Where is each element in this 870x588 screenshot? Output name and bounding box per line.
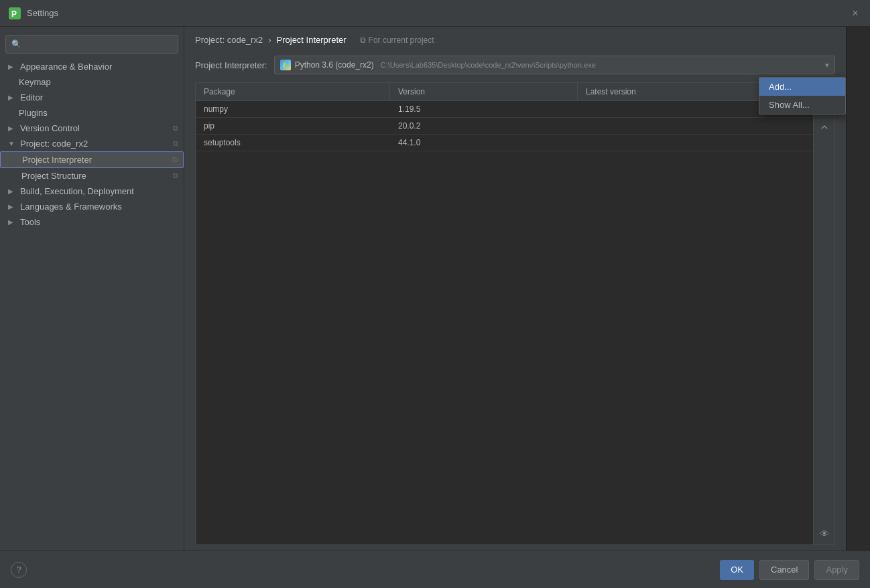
search-input[interactable] xyxy=(25,40,172,49)
chevron-up-icon xyxy=(820,123,828,131)
copy-icon: ⧉ xyxy=(172,155,178,164)
copy-icon: ⧉ xyxy=(173,171,178,180)
arrow-icon: ▶ xyxy=(8,63,16,70)
sidebar-item-editor[interactable]: ▶ Editor xyxy=(0,90,184,105)
sidebar: 🔍 ▶ Appearance & Behavior Keymap ▶ Edito… xyxy=(0,27,184,550)
dropdown-item-show-all[interactable]: Show All... xyxy=(759,96,845,114)
search-box[interactable]: 🔍 xyxy=(5,35,178,54)
cell-version: 44.1.0 xyxy=(390,135,578,151)
bottom-bar: ? OK Cancel Apply xyxy=(0,550,870,588)
sidebar-item-project[interactable]: ▼ Project: code_rx2 ⧉ xyxy=(0,136,184,151)
arrow-icon: ▶ xyxy=(8,203,16,210)
arrow-icon: ▶ xyxy=(8,218,16,226)
sidebar-item-appearance[interactable]: ▶ Appearance & Behavior xyxy=(0,59,184,74)
arrow-icon: ▶ xyxy=(8,125,16,132)
table-row[interactable]: setuptools 44.1.0 xyxy=(196,135,813,151)
cell-package: setuptools xyxy=(196,135,390,151)
sidebar-item-label: Project: code_rx2 xyxy=(20,139,88,149)
table-row[interactable]: numpy 1.19.5 xyxy=(196,101,813,118)
right-panel xyxy=(846,27,870,550)
arrow-icon: ▶ xyxy=(8,188,16,195)
main-layout: 🔍 ▶ Appearance & Behavior Keymap ▶ Edito… xyxy=(0,27,870,550)
help-button[interactable]: ? xyxy=(11,562,27,578)
eye-button[interactable]: 👁 xyxy=(816,526,832,542)
sidebar-item-label: Appearance & Behavior xyxy=(20,62,112,72)
bottom-buttons: OK Cancel Apply xyxy=(720,560,859,580)
table-side-buttons: + − 👁 xyxy=(813,83,834,544)
sidebar-item-label: Editor xyxy=(20,92,43,102)
sidebar-item-languages[interactable]: ▶ Languages & Frameworks xyxy=(0,199,184,214)
up-button[interactable] xyxy=(816,119,832,135)
apply-button[interactable]: Apply xyxy=(814,560,859,580)
sidebar-item-project-interpreter[interactable]: Project Interpreter ⧉ xyxy=(0,151,184,168)
ok-button[interactable]: OK xyxy=(720,560,754,580)
sidebar-item-build[interactable]: ▶ Build, Execution, Deployment xyxy=(0,183,184,199)
copy-icon: ⧉ xyxy=(173,139,178,148)
sidebar-item-keymap[interactable]: Keymap xyxy=(0,74,184,90)
copy-icon-small: ⧉ xyxy=(360,35,366,45)
sidebar-item-label: Keymap xyxy=(19,77,51,87)
interpreter-row: Project Interpreter: 🐍 Python 3.6 (code_… xyxy=(184,50,846,80)
sidebar-item-label: Plugins xyxy=(19,108,48,118)
sidebar-item-project-structure[interactable]: Project Structure ⧉ xyxy=(0,168,184,183)
app-icon: P xyxy=(8,7,21,20)
sidebar-item-tools[interactable]: ▶ Tools xyxy=(0,214,184,230)
cell-package: pip xyxy=(196,118,390,134)
sidebar-item-label: Tools xyxy=(20,217,40,227)
title-bar: P Settings × xyxy=(0,0,870,27)
cell-version: 20.0.2 xyxy=(390,118,578,134)
close-button[interactable]: × xyxy=(849,7,862,20)
search-icon: 🔍 xyxy=(11,40,21,49)
interpreter-version: Python 3.6 (code_rx2) xyxy=(295,60,374,70)
cancel-button[interactable]: Cancel xyxy=(759,560,809,580)
arrow-icon: ▼ xyxy=(8,140,16,147)
breadcrumb: Project: code_rx2 › Project Interpreter … xyxy=(184,27,846,50)
breadcrumb-project: Project: code_rx2 xyxy=(195,35,263,45)
sidebar-item-label: Languages & Frameworks xyxy=(20,202,122,212)
interpreter-dropdown: Add... Show All... xyxy=(759,77,846,115)
interpreter-path: C:\Users\Lab635\Desktop\code\code_rx2\ve… xyxy=(381,61,596,69)
copy-icon: ⧉ xyxy=(173,124,178,133)
sidebar-item-label: Project Structure xyxy=(21,171,86,181)
cell-latest xyxy=(578,118,813,134)
cell-latest xyxy=(578,135,813,151)
table-header: Package Version Latest version xyxy=(196,83,813,101)
interpreter-label: Project Interpreter: xyxy=(195,60,267,70)
interpreter-select[interactable]: 🐍 Python 3.6 (code_rx2) C:\Users\Lab635\… xyxy=(274,56,835,74)
sidebar-item-version-control[interactable]: ▶ Version Control ⧉ xyxy=(0,121,184,136)
column-header-package: Package xyxy=(196,83,390,100)
arrow-icon: ▶ xyxy=(8,94,16,101)
python-icon: 🐍 xyxy=(280,60,291,70)
package-table-container: Package Version Latest version numpy 1.1… xyxy=(195,82,835,545)
sidebar-item-plugins[interactable]: Plugins xyxy=(0,105,184,121)
breadcrumb-current: Project Interpreter xyxy=(277,35,347,45)
column-header-version: Version xyxy=(390,83,578,100)
cell-version: 1.19.5 xyxy=(390,101,578,117)
for-project-label: ⧉ For current project xyxy=(360,35,434,45)
sidebar-item-label: Version Control xyxy=(20,123,80,133)
table-row[interactable]: pip 20.0.2 xyxy=(196,118,813,135)
sidebar-item-label: Build, Execution, Deployment xyxy=(20,186,134,196)
chevron-down-icon: ▾ xyxy=(825,61,829,70)
cell-package: numpy xyxy=(196,101,390,117)
package-table: Package Version Latest version numpy 1.1… xyxy=(196,83,813,544)
content-area: Project: code_rx2 › Project Interpreter … xyxy=(184,27,846,550)
dropdown-item-add[interactable]: Add... xyxy=(759,78,845,96)
sidebar-item-label: Project Interpreter xyxy=(22,155,92,165)
breadcrumb-separator: › xyxy=(268,35,271,45)
window-title: Settings xyxy=(27,8,58,18)
svg-text:P: P xyxy=(11,9,17,19)
